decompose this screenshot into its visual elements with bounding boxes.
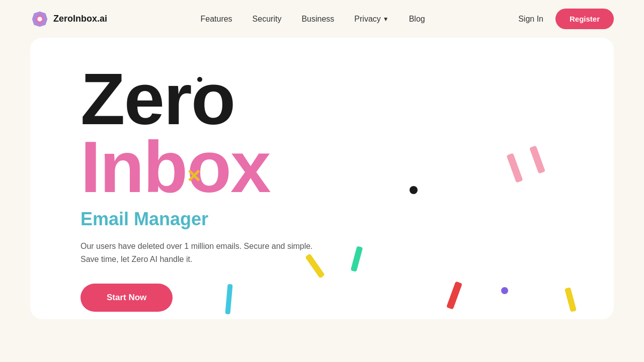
navbar: ZeroInbox.ai Features Security Business … <box>0 0 644 38</box>
hero-subtitle-accent: Manager <box>134 209 208 229</box>
deco-red-rect-1 <box>446 281 462 309</box>
svg-point-0 <box>37 17 42 22</box>
nav-privacy[interactable]: Privacy ▼ <box>354 15 388 24</box>
deco-x-mark: ✕ <box>186 167 201 186</box>
hero-subtitle: Email Manager <box>80 209 614 230</box>
zero-dot-decoration <box>197 77 202 82</box>
deco-dot-blue <box>501 287 508 294</box>
nav-blog[interactable]: Blog <box>409 15 425 23</box>
hero-card: Zero Inbox Email Manager Our users have … <box>30 38 614 319</box>
start-now-button[interactable]: Start Now <box>80 284 173 312</box>
deco-dot-black <box>410 186 418 194</box>
logo-text: ZeroInbox.ai <box>53 14 107 24</box>
register-button[interactable]: Register <box>555 9 614 29</box>
nav-right: Sign In Register <box>518 9 614 29</box>
nav-security[interactable]: Security <box>253 15 282 23</box>
deco-yellow-rect-2 <box>565 287 577 312</box>
nav-features[interactable]: Features <box>200 15 232 23</box>
nav-links: Features Security Business Privacy ▼ Blo… <box>200 15 425 24</box>
logo-icon <box>30 10 49 29</box>
sign-in-link[interactable]: Sign In <box>518 15 543 24</box>
hero-description: Our users have deleted over 1 million em… <box>80 240 332 265</box>
deco-cyan-rect-1 <box>225 284 232 315</box>
hero-subtitle-static: Email <box>80 209 134 229</box>
hero-title-zero-wrapper: Zero <box>80 63 234 136</box>
hero-title-zero: Zero <box>80 63 234 136</box>
chevron-down-icon: ▼ <box>383 16 389 23</box>
nav-business[interactable]: Business <box>301 15 334 23</box>
hero-title-inbox: Inbox <box>80 131 614 204</box>
deco-green-rect-1 <box>351 246 363 272</box>
logo-link[interactable]: ZeroInbox.ai <box>30 10 107 29</box>
